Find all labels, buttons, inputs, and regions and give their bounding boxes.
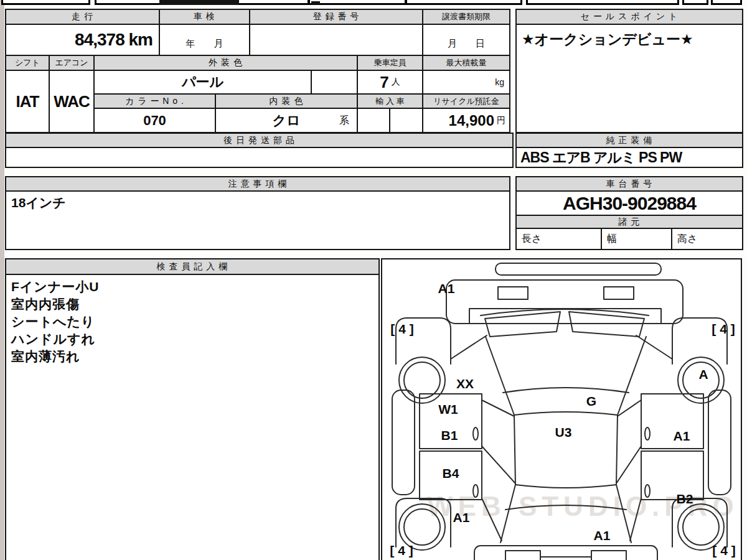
shaken-cell: 年 月 bbox=[159, 24, 250, 56]
shaken-value: 年 月 bbox=[186, 38, 223, 50]
spec-width-label: 幅 bbox=[607, 233, 617, 246]
import-car-header: 輸 入 車 bbox=[357, 93, 423, 109]
spec-length-cell: 長さ bbox=[515, 228, 602, 250]
car-diagram-inner: WEB STUDIO.PRO bbox=[382, 259, 741, 560]
aircon-header: エアコン bbox=[49, 55, 95, 71]
interior-color-cell: クロ系 bbox=[215, 108, 358, 133]
sales-point-value: ★オークションデビュー★ bbox=[522, 30, 693, 49]
damage-code-label: [ 4 ] bbox=[712, 543, 735, 558]
chassis-number-cell: AGH30-9029884 bbox=[515, 190, 743, 216]
damage-code-label: B4 bbox=[443, 466, 459, 481]
specs-header-label: 諸 元 bbox=[619, 217, 641, 228]
exterior-color-header-label: 外 装 色 bbox=[209, 57, 243, 68]
inspector-note-line: Fインナー小U bbox=[11, 278, 374, 296]
cautions-value: 18インチ bbox=[11, 194, 66, 212]
aircon-header-label: エアコン bbox=[55, 57, 88, 68]
spec-height-cell: 高さ bbox=[671, 228, 743, 250]
import-car-cell-1 bbox=[357, 108, 390, 133]
shift-value: IAT bbox=[16, 92, 39, 111]
max-load-header: 最大積載量 bbox=[422, 55, 510, 71]
color-no-value: 070 bbox=[143, 113, 166, 129]
damage-code-label: B2 bbox=[677, 492, 693, 506]
damage-code-label: [ 4 ] bbox=[390, 543, 413, 558]
exterior-color-header: 外 装 色 bbox=[93, 55, 358, 71]
cautions-cell: 18インチ bbox=[5, 190, 510, 250]
mileage-cell: 84,378 km bbox=[5, 24, 160, 56]
interior-color-value: クロ bbox=[272, 111, 300, 130]
mileage-header-label: 走 行 bbox=[72, 11, 93, 22]
damage-code-label: XX bbox=[456, 376, 474, 391]
damage-code-label: B1 bbox=[441, 428, 458, 443]
interior-color-header-label: 内 装 色 bbox=[270, 96, 304, 107]
shift-header: シフト bbox=[5, 55, 50, 71]
chassis-number-header-label: 車 台 番 号 bbox=[606, 179, 653, 190]
color-no-header-label: カ ラ ー N o . bbox=[125, 96, 184, 107]
cautions-header: 注 意 事 項 欄 bbox=[5, 176, 510, 192]
shift-cell: IAT bbox=[5, 70, 50, 133]
recycle-deposit-cell: 14,900円 bbox=[422, 108, 510, 133]
recycle-deposit-header-label: リサイクル預託金 bbox=[433, 96, 499, 107]
aircon-value: WAC bbox=[54, 92, 90, 111]
car-diagram: WEB STUDIO.PRO bbox=[381, 258, 742, 560]
damage-code-label: A1 bbox=[674, 429, 690, 444]
transfer-deadline-value: 月 日 bbox=[448, 38, 485, 50]
genuine-equipment-header: 純 正 装 備 bbox=[515, 133, 743, 148]
genuine-equipment-header-label: 純 正 装 備 bbox=[606, 135, 653, 146]
mileage-header: 走 行 bbox=[5, 9, 160, 25]
later-parts-header-label: 後 日 発 送 部 品 bbox=[223, 135, 294, 146]
capacity-unit: 人 bbox=[392, 77, 400, 88]
scan-edge bbox=[0, 0, 4, 560]
interior-color-suffix: 系 bbox=[339, 114, 349, 127]
import-car-header-label: 輸 入 車 bbox=[375, 96, 404, 107]
exterior-color-sub-cell bbox=[311, 70, 358, 95]
inspector-note-line: ハンドルすれ bbox=[11, 330, 374, 348]
recycle-deposit-unit: 円 bbox=[497, 115, 505, 126]
genuine-equipment-value: ABS エアB アルミ PS PW bbox=[520, 148, 682, 167]
transfer-deadline-header-label: 譲渡書類期限 bbox=[442, 11, 491, 22]
transfer-deadline-header: 譲渡書類期限 bbox=[422, 9, 510, 25]
inspector-note-line: 室内薄汚れ bbox=[11, 348, 374, 365]
auction-sheet: 走 行 車 検 登 録 番 号 譲渡書類期限 84,378 km 年 月 月 日… bbox=[0, 0, 747, 560]
specs-header: 諸 元 bbox=[515, 215, 743, 229]
registration-header-label: 登 録 番 号 bbox=[313, 11, 360, 22]
damage-code-label: A bbox=[698, 367, 708, 382]
sales-point-header-label: セ ー ル ス ポ イ ン ト bbox=[581, 11, 679, 22]
chassis-number-header: 車 台 番 号 bbox=[515, 176, 743, 192]
inspector-notes: Fインナー小U室内内張傷シートへたりハンドルすれ室内薄汚れ bbox=[5, 274, 380, 560]
damage-code-label: A1 bbox=[453, 510, 470, 525]
mileage-value: 84,378 km bbox=[75, 30, 153, 50]
max-load-header-label: 最大積載量 bbox=[446, 57, 487, 68]
cautions-header-label: 注 意 事 項 欄 bbox=[228, 179, 288, 190]
capacity-header-label: 乗車定員 bbox=[374, 57, 406, 68]
registration-cell bbox=[249, 24, 423, 56]
inspector-notes-header: 検 査 員 記 入 欄 bbox=[5, 258, 380, 275]
capacity-value: 7 bbox=[380, 73, 388, 92]
sales-point-header: セ ー ル ス ポ イ ン ト bbox=[515, 9, 743, 25]
color-no-cell: 070 bbox=[93, 108, 216, 133]
genuine-equipment-cell: ABS エアB アルミ PS PW bbox=[515, 147, 743, 168]
chassis-number-value: AGH30-9029884 bbox=[563, 193, 696, 214]
sales-point-cell: ★オークションデビュー★ bbox=[515, 24, 743, 133]
capacity-header: 乗車定員 bbox=[357, 55, 423, 71]
max-load-cell: kg bbox=[422, 70, 510, 95]
registration-header: 登 録 番 号 bbox=[249, 9, 423, 25]
inspector-note-line: 室内内張傷 bbox=[11, 296, 374, 313]
later-parts-cell bbox=[5, 147, 514, 168]
exterior-color-value: パール bbox=[182, 73, 223, 91]
shaken-header-label: 車 検 bbox=[194, 11, 215, 22]
color-no-header: カ ラ ー N o . bbox=[93, 93, 216, 109]
recycle-deposit-header: リサイクル預託金 bbox=[422, 93, 510, 109]
recycle-deposit-value: 14,900 bbox=[449, 112, 494, 129]
shift-header-label: シフト bbox=[15, 57, 40, 68]
exterior-color-cell: パール bbox=[93, 70, 312, 95]
damage-code-layer: A1[ 4 ][ 4 ]XXAGW1B1U3A1B4B2A1A1[ 4 ][ 4… bbox=[382, 259, 741, 560]
later-parts-header: 後 日 発 送 部 品 bbox=[5, 133, 514, 148]
inspector-notes-header-label: 検 査 員 記 入 欄 bbox=[157, 261, 228, 273]
damage-code-label: A1 bbox=[438, 281, 455, 296]
damage-code-label: [ 4 ] bbox=[712, 322, 735, 337]
spec-height-label: 高さ bbox=[677, 233, 697, 246]
damage-code-label: U3 bbox=[555, 425, 572, 440]
aircon-cell: WAC bbox=[49, 70, 95, 133]
interior-color-header: 内 装 色 bbox=[215, 93, 358, 109]
transfer-deadline-cell: 月 日 bbox=[422, 24, 510, 56]
